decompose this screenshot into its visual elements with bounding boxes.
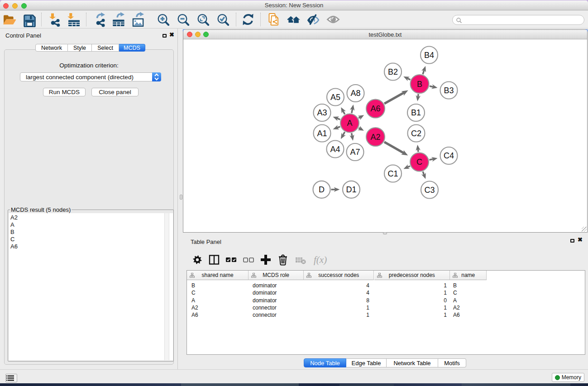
svg-text:D: D <box>319 185 325 194</box>
svg-text:A3: A3 <box>317 108 327 117</box>
svg-text:B2: B2 <box>388 67 398 76</box>
svg-text:C: C <box>416 157 422 167</box>
svg-text:B1: B1 <box>411 108 421 117</box>
svg-text:B: B <box>417 80 422 89</box>
svg-text:A6: A6 <box>370 104 380 113</box>
svg-text:D1: D1 <box>346 185 356 194</box>
svg-text:A8: A8 <box>350 89 360 98</box>
svg-text:B3: B3 <box>444 86 454 95</box>
svg-text:A5: A5 <box>330 93 340 102</box>
svg-text:B4: B4 <box>424 51 434 60</box>
svg-text:C4: C4 <box>444 151 454 160</box>
svg-text:f(x): f(x) <box>314 254 327 265</box>
svg-text:A7: A7 <box>350 148 360 157</box>
svg-text:C3: C3 <box>424 186 435 195</box>
svg-text:C2: C2 <box>411 129 421 138</box>
svg-text:C1: C1 <box>387 169 398 178</box>
svg-text:A: A <box>347 119 352 128</box>
svg-text:A2: A2 <box>370 133 380 142</box>
svg-text:A4: A4 <box>330 145 340 154</box>
svg-text:A1: A1 <box>317 129 327 138</box>
